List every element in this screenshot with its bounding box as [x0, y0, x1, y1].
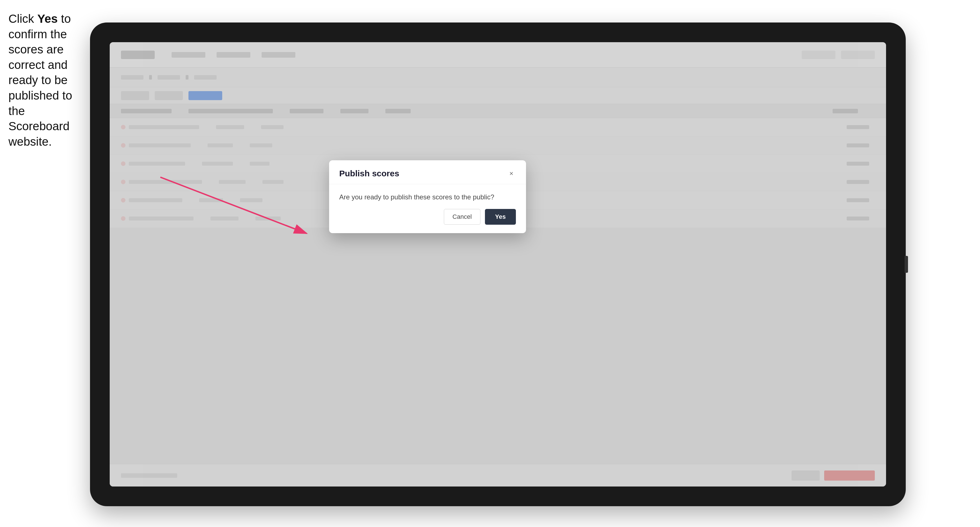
modal-header: Publish scores × — [329, 160, 526, 184]
modal-close-button[interactable]: × — [507, 169, 516, 178]
modal-dialog: Publish scores × Are you ready to publis… — [329, 160, 526, 233]
modal-title: Publish scores — [339, 169, 399, 178]
instruction-bold: Yes — [37, 12, 58, 25]
modal-overlay: Publish scores × Are you ready to publis… — [110, 42, 886, 486]
yes-button[interactable]: Yes — [485, 209, 516, 225]
tablet-screen: Publish scores × Are you ready to publis… — [110, 42, 886, 486]
modal-message: Are you ready to publish these scores to… — [339, 192, 516, 202]
modal-footer: Cancel Yes — [329, 209, 526, 233]
instruction-text: Click Yes to confirm the scores are corr… — [8, 11, 87, 149]
modal-body: Are you ready to publish these scores to… — [329, 184, 526, 209]
tablet-frame: Publish scores × Are you ready to publis… — [90, 22, 906, 506]
tablet-side-button — [905, 256, 908, 273]
cancel-button[interactable]: Cancel — [444, 209, 480, 225]
